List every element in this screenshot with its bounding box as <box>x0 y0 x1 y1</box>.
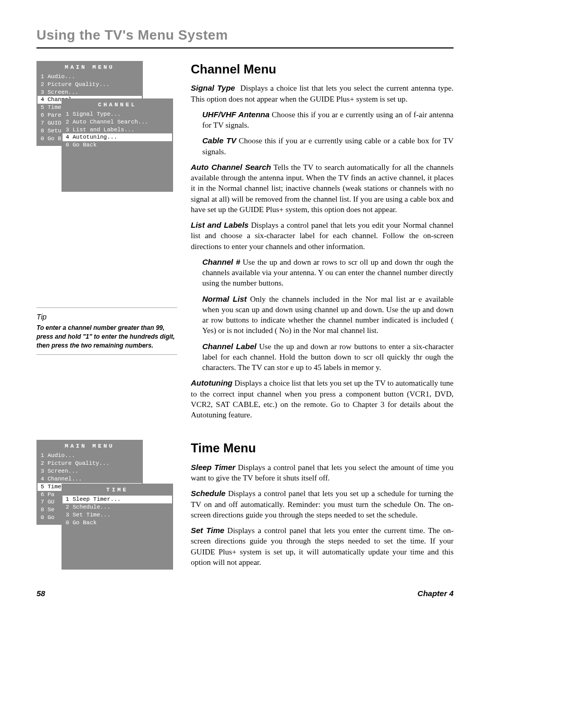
term: Channel # <box>202 257 240 266</box>
term: Autotuning <box>191 378 232 387</box>
term: Cable TV <box>202 136 236 145</box>
osd-item: 4 Channel... <box>38 475 142 483</box>
osd-main-title: MAIN MENU <box>38 441 142 452</box>
page-number: 58 <box>36 588 45 599</box>
osd-item: 1 Audio... <box>38 73 142 81</box>
term: Signal Type <box>191 83 235 92</box>
cable-para: Cable TV Choose this if you ar e current… <box>202 135 454 157</box>
tip-body: To enter a channel number greater than 9… <box>36 324 177 350</box>
title-rule <box>36 47 454 48</box>
schedule-para: Schedule Displays a control panel that l… <box>191 488 454 520</box>
osd-subitem-selected: 4 Autotuning... <box>63 133 172 141</box>
chapter-label: Chapter 4 <box>418 588 454 599</box>
osd-subitem-selected: 1 Sleep Timer... <box>63 496 172 503</box>
term: List and Labels <box>191 220 249 229</box>
uhf-para: UHF/VHF Antenna Choose this if you ar e … <box>202 109 454 131</box>
term: Schedule <box>191 489 226 498</box>
osd-item: 1 Audio... <box>38 452 142 460</box>
osd-item: 3 Screen... <box>38 467 142 475</box>
osd-subitem: 2 Auto Channel Search... <box>63 118 172 126</box>
channellabel-para: Channel Label Use the up and down ar row… <box>202 341 454 373</box>
osd-item: 2 Picture Quality... <box>38 81 142 89</box>
text: Displays a control panel that lets you e… <box>191 526 454 566</box>
settime-para: Set Time Displays a control panel that l… <box>191 525 454 567</box>
tip-block: Tip To enter a channel number greater th… <box>36 307 177 355</box>
time-menu-heading: Time Menu <box>191 440 454 456</box>
term: Auto Channel Search <box>191 163 271 171</box>
term: Sleep Timer <box>191 463 236 472</box>
autotuning-para: Autotuning Displays a choice list that l… <box>191 378 454 420</box>
channel-menu-heading: Channel Menu <box>191 61 454 78</box>
tip-heading: Tip <box>36 312 177 322</box>
osd-subitem: 2 Schedule... <box>63 503 172 511</box>
text: Use the up and down ar rows to scr oll u… <box>202 258 454 288</box>
listlabels-para: List and Labels Displays a control panel… <box>191 220 454 252</box>
term: Normal List <box>202 294 247 303</box>
term: UHF/VHF Antenna <box>202 110 270 119</box>
osd-subitem: 3 List and Labels... <box>63 126 172 134</box>
channel-menu-screenshot: MAIN MENU 1 Audio... 2 Picture Quality..… <box>36 61 177 145</box>
osd-subitem: 1 Signal Type... <box>63 110 172 118</box>
acs-para: Auto Channel Search Tells the TV to sear… <box>191 162 454 215</box>
term: Channel Label <box>202 342 256 351</box>
term: Set Time <box>191 526 224 535</box>
channelnum-para: Channel # Use the up and down ar rows to… <box>202 257 454 289</box>
text: Choose this if you ar e currently using … <box>202 137 454 155</box>
osd-sub-title: CHANNEL <box>63 100 172 110</box>
osd-subitem: 0 Go Back <box>63 519 172 527</box>
osd-main-title: MAIN MENU <box>38 62 142 73</box>
signal-type-para: Signal Type Displays a choice list that … <box>191 83 454 104</box>
normallist-para: Normal List Only the channels included i… <box>202 294 454 336</box>
text: Displays a control panel that lets you s… <box>191 489 454 519</box>
sleeptimer-para: Sleep Timer Displays a control panel tha… <box>191 462 454 484</box>
osd-item: 3 Screen... <box>38 89 142 96</box>
time-menu-screenshot: MAIN MENU 1 Audio... 2 Picture Quality..… <box>36 440 177 524</box>
osd-sub-title: TIME <box>63 485 172 496</box>
osd-subitem: 3 Set Time... <box>63 511 172 519</box>
osd-item: 2 Picture Quality... <box>38 460 142 467</box>
osd-subitem: 0 Go Back <box>63 141 172 149</box>
page-section-title: Using the TV's Menu System <box>36 26 454 44</box>
